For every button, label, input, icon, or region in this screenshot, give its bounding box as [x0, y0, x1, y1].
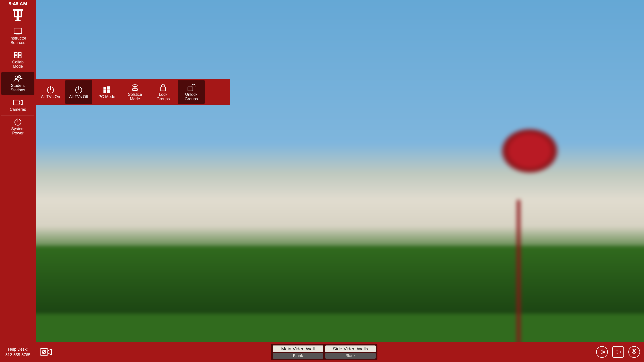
- sidebar: 8:46 AM Instructor Sources Collab Mode S…: [0, 0, 36, 362]
- sidebar-item-label: Cameras: [10, 107, 26, 112]
- svg-point-7: [18, 75, 20, 78]
- mic-mute-button[interactable]: [628, 346, 640, 358]
- action-label: Groups: [184, 97, 198, 101]
- action-unlock[interactable]: Unlock Groups: [178, 80, 205, 104]
- help-desk-phone: 812-855-8765: [0, 352, 35, 358]
- svg-rect-3: [18, 52, 21, 55]
- iu-trident-icon: [12, 8, 24, 22]
- sidebar-item-cameras[interactable]: Cameras: [1, 96, 34, 114]
- sidebar-item-label: Stations: [10, 88, 25, 92]
- svg-point-6: [15, 76, 18, 79]
- people-icon: [13, 74, 23, 83]
- action-lock[interactable]: Lock Groups: [150, 80, 176, 104]
- sidebar-item-label: System: [11, 127, 24, 131]
- action-all-tvs-on[interactable]: All TVs On: [37, 80, 64, 104]
- volume-up-button[interactable]: [612, 346, 624, 358]
- video-wall-status: Blank: [325, 353, 376, 359]
- power-icon: [46, 85, 55, 95]
- mute-button[interactable]: [596, 346, 608, 358]
- iu-logo: [0, 8, 36, 25]
- svg-rect-15: [107, 90, 110, 93]
- video-wall-tile[interactable]: Main Video Wall Blank: [273, 346, 323, 359]
- action-label: Groups: [156, 97, 170, 101]
- svg-rect-12: [104, 87, 106, 89]
- lock-icon: [160, 83, 167, 92]
- video-wall-status: Blank: [273, 353, 323, 359]
- sidebar-item-instructor[interactable]: Instructor Sources: [1, 25, 34, 47]
- help-desk-label: Help Desk:: [0, 347, 35, 352]
- windows-icon: [103, 85, 110, 95]
- sidebar-item-label: Instructor: [10, 36, 26, 41]
- svg-rect-0: [14, 28, 22, 33]
- sidebar-item-collab[interactable]: Collab Mode: [1, 49, 34, 71]
- sidebar-item-label: Sources: [10, 41, 25, 45]
- svg-rect-19: [188, 87, 193, 91]
- video-wall-title: Side Video Walls: [325, 346, 376, 352]
- camera-icon: [13, 98, 23, 107]
- action-label: Lock: [159, 92, 167, 97]
- svg-rect-14: [104, 90, 106, 93]
- svg-rect-13: [107, 86, 110, 89]
- sidebar-item-system[interactable]: System Power: [1, 115, 34, 138]
- video-wall-tile[interactable]: Side Video Walls Blank: [325, 346, 376, 359]
- svg-rect-17: [132, 89, 138, 90]
- action-label: All TVs On: [41, 95, 60, 99]
- sidebar-item-label: Mode: [13, 64, 23, 69]
- camera-off-icon[interactable]: [40, 348, 52, 356]
- unlock-icon: [187, 83, 196, 92]
- sidebar-item-label: Power: [12, 131, 24, 136]
- video-wall-selector: Main Video Wall Blank Side Video Walls B…: [271, 344, 378, 360]
- action-label: All TVs Off: [69, 95, 88, 99]
- action-all-tvs-off[interactable]: All TVs Off: [65, 80, 92, 104]
- svg-rect-8: [14, 100, 19, 105]
- svg-rect-18: [161, 87, 166, 91]
- action-label: Solstice: [128, 92, 142, 97]
- cast-icon: [130, 83, 140, 92]
- student-stations-toolbar: All TVs On All TVs Off PC Mode Solstice …: [36, 79, 230, 105]
- power-icon: [14, 117, 22, 127]
- sidebar-item-student[interactable]: Student Stations: [1, 72, 34, 95]
- action-label: PC Mode: [98, 95, 115, 99]
- main-area: All TVs On All TVs Off PC Mode Solstice …: [36, 0, 644, 362]
- svg-rect-2: [14, 52, 17, 55]
- svg-rect-5: [18, 56, 21, 58]
- bottom-bar: Main Video Wall Blank Side Video Walls B…: [36, 342, 644, 362]
- svg-point-16: [134, 87, 136, 88]
- video-wall-title: Main Video Wall: [273, 346, 323, 352]
- action-solstice[interactable]: Solstice Mode: [122, 80, 148, 104]
- help-desk: Help Desk: 812-855-8765: [0, 344, 36, 362]
- grid4-icon: [14, 50, 22, 60]
- clock: 8:46 AM: [0, 0, 36, 8]
- action-label: Unlock: [185, 92, 197, 97]
- background-photo: [36, 0, 644, 362]
- action-pc-mode[interactable]: PC Mode: [94, 80, 120, 104]
- svg-rect-4: [14, 56, 17, 58]
- monitor-icon: [13, 26, 22, 36]
- sidebar-item-label: Student: [11, 83, 25, 88]
- power-icon: [74, 85, 83, 95]
- action-label: Mode: [130, 97, 140, 101]
- sidebar-item-label: Collab: [12, 60, 24, 64]
